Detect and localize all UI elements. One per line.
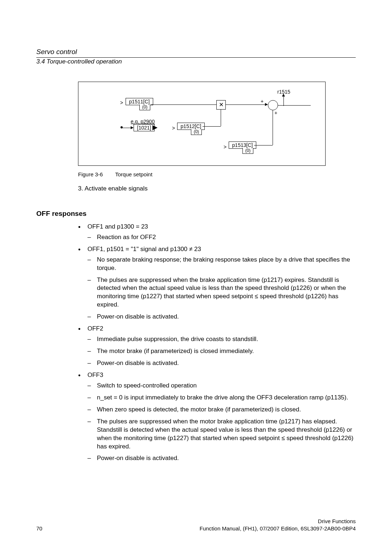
list-item: Power-on disable is activated. <box>87 313 356 321</box>
plus-icon: + <box>274 110 277 116</box>
list-item: OFF1 and p1300 = 23 Reaction as for OFF2 <box>78 223 356 242</box>
diagram-line <box>278 105 311 106</box>
diagram-line <box>254 145 273 145</box>
list-item: The pulses are suppressed when the brake… <box>87 276 356 309</box>
list-item: Reaction as for OFF2 <box>87 233 356 242</box>
diagram-block-p1513: p1513[C] <box>229 141 256 149</box>
header-title: Servo control <box>36 47 356 57</box>
diagram-line <box>273 110 273 145</box>
arrow-right-icon <box>265 103 268 106</box>
page: Servo control 3.4 Torque-controlled oper… <box>0 0 392 554</box>
list-item: When zero speed is detected, the motor b… <box>87 406 356 414</box>
diagram-line <box>221 110 221 126</box>
sublist: Switch to speed-controlled operation n_s… <box>87 382 356 463</box>
list-item: OFF1, p1501 = "1" signal and p1300 ≠ 23 … <box>78 245 356 321</box>
header-subtitle: 3.4 Torque-controlled operation <box>36 58 356 66</box>
item-title: OFF2 <box>87 325 103 332</box>
content: r1515 > p1511[C] (0) ✕ + e.g. p2900 [102… <box>36 82 356 466</box>
step-3: 3. Activate enable signals <box>78 185 356 193</box>
diagram-block-p1511-default: (0) <box>139 104 150 110</box>
figure-caption-text: Torque setpoint <box>115 171 152 177</box>
list-item: Power-on disable is activated. <box>87 454 356 463</box>
diagram-block-p2900-ref: [1021] <box>134 124 155 131</box>
list-item: OFF3 Switch to speed-controlled operatio… <box>78 371 356 463</box>
triangle-right-icon <box>152 125 158 130</box>
list-item: Power-on disable is activated. <box>87 359 356 368</box>
footer-line1: Drive Functions <box>200 518 356 525</box>
section-heading-off-responses: OFF responses <box>36 209 356 218</box>
connector-icon: > <box>120 99 123 106</box>
figure-torque-setpoint: r1515 > p1511[C] (0) ✕ + e.g. p2900 [102… <box>78 82 326 166</box>
diagram-block-p1512-default: (0) <box>191 129 202 135</box>
list-item: Immediate pulse suppression, the drive c… <box>87 335 356 344</box>
diagram-block-p1513-default: (0) <box>242 148 253 154</box>
footer-line2: Function Manual, (FH1), 07/2007 Edition,… <box>200 525 356 532</box>
item-title: OFF1, p1501 = "1" signal and p1300 ≠ 23 <box>87 246 201 253</box>
list-item: No separate braking response; the brakin… <box>87 256 356 272</box>
sublist: No separate braking response; the brakin… <box>87 256 356 321</box>
diagram-dot <box>121 126 123 128</box>
list-item: Switch to speed-controlled operation <box>87 382 356 390</box>
connector-icon: > <box>224 144 226 151</box>
sublist: Reaction as for OFF2 <box>87 233 356 242</box>
page-number: 70 <box>36 525 42 532</box>
diagram-line <box>151 104 216 105</box>
diagram-line <box>283 96 284 106</box>
list-item: n_set = 0 is input immediately to brake … <box>87 394 356 402</box>
page-header: Servo control 3.4 Torque-controlled oper… <box>36 47 356 67</box>
list-item: OFF2 Immediate pulse suppression, the dr… <box>78 325 356 368</box>
item-title: OFF1 and p1300 = 23 <box>87 223 148 230</box>
figure-caption: Figure 3-6 Torque setpoint <box>78 171 356 178</box>
arrow-up-icon <box>282 94 285 97</box>
figure-label: Figure 3-6 <box>78 171 103 177</box>
multiply-icon: ✕ <box>216 100 226 110</box>
footer-right: Drive Functions Function Manual, (FH1), … <box>200 518 356 533</box>
plus-icon: + <box>261 98 264 105</box>
diagram-block-p1511: p1511[C] <box>126 98 153 105</box>
list-item: The motor brake (if parameterized) is cl… <box>87 347 356 356</box>
item-title: OFF3 <box>87 372 103 378</box>
arrow-right-icon <box>131 126 134 129</box>
off-responses-list: OFF1 and p1300 = 23 Reaction as for OFF2… <box>78 223 356 463</box>
diagram-line <box>226 104 266 105</box>
sublist: Immediate pulse suppression, the drive c… <box>87 335 356 368</box>
sum-icon <box>268 100 278 110</box>
diagram-block-p1512: p1512[C] <box>177 123 205 130</box>
connector-icon: > <box>172 125 175 132</box>
list-item: The pulses are suppressed when the motor… <box>87 418 356 451</box>
diagram-line <box>203 126 221 127</box>
